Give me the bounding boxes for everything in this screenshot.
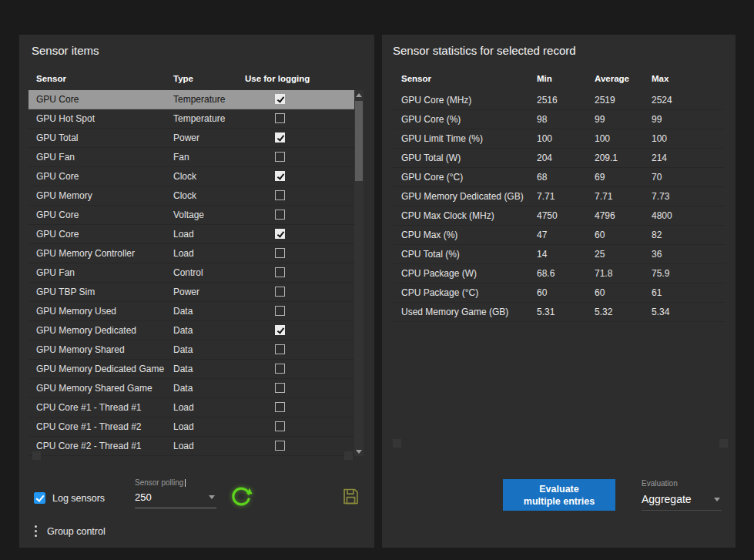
stat-min-cell: 68.6 — [537, 268, 555, 279]
logging-checkbox[interactable] — [275, 441, 285, 451]
sensor-name-cell: CPU Core #2 - Thread #1 — [36, 441, 142, 451]
logging-checkbox[interactable] — [275, 171, 285, 181]
scroll-down-icon[interactable] — [354, 447, 364, 456]
group-control-label: Group control — [47, 526, 106, 537]
stat-max-cell: 61 — [652, 287, 662, 298]
sensor-polling-select[interactable]: Sensor polling 250 — [135, 478, 216, 508]
evaluation-select[interactable]: Evaluation Aggregate — [642, 479, 722, 511]
sensor-name-cell: GPU Memory Shared Game — [36, 383, 152, 394]
stats-column-sensor: Sensor — [401, 74, 431, 83]
sensor-row[interactable]: GPU CoreClock — [28, 167, 354, 186]
sensor-name-cell: GPU Memory — [36, 190, 92, 201]
stats-row: GPU Core (°C)686970 — [393, 168, 725, 187]
sensor-row[interactable]: GPU TotalPower — [28, 129, 354, 148]
logging-checkbox[interactable] — [275, 325, 285, 335]
evaluation-value: Aggregate — [642, 493, 692, 505]
scrollbar-thumb[interactable] — [355, 101, 363, 181]
logging-checkbox[interactable] — [275, 364, 285, 374]
sensor-type-cell: Voltage — [173, 210, 204, 220]
sensor-list-scrollbar[interactable] — [354, 90, 364, 456]
stat-average-cell: 60 — [595, 287, 605, 298]
sensor-row[interactable]: CPU Core #1 - Thread #2Load — [28, 417, 354, 437]
logging-checkbox[interactable] — [275, 287, 285, 297]
sensor-row[interactable]: GPU Memory UsedData — [28, 302, 354, 321]
stats-row: GPU Total (W)204209.1214 — [393, 149, 725, 168]
sensor-name-cell: GPU Memory Dedicated Game — [36, 364, 164, 374]
logging-checkbox[interactable] — [275, 383, 285, 393]
logging-checkbox[interactable] — [275, 267, 285, 277]
sensor-row[interactable]: CPU Core #1 - Thread #1Load — [28, 398, 354, 417]
logging-checkbox[interactable] — [275, 132, 285, 143]
sensor-row[interactable]: GPU Memory Dedicated GameData — [28, 360, 354, 379]
logging-checkbox[interactable] — [275, 306, 285, 316]
stat-max-cell: 70 — [652, 172, 662, 183]
sensor-row[interactable]: GPU FanControl — [28, 263, 354, 283]
kebab-icon — [35, 525, 37, 537]
logging-checkbox[interactable] — [275, 229, 285, 239]
sensor-row[interactable]: GPU CoreVoltage — [28, 206, 354, 225]
sensor-statistics-title: Sensor statistics for selected record — [393, 44, 576, 57]
stat-average-cell: 25 — [595, 249, 605, 260]
logging-checkbox[interactable] — [275, 210, 285, 220]
stat-average-cell: 5.32 — [595, 307, 612, 317]
sensor-row[interactable]: GPU CoreTemperature — [28, 90, 354, 109]
sensor-row[interactable]: GPU CoreLoad — [28, 225, 354, 244]
evaluate-multiple-entries-button[interactable]: Evaluate multiple entries — [503, 479, 615, 511]
sensor-type-cell: Data — [173, 306, 193, 317]
sensor-row[interactable]: CPU Core #2 - Thread #1Load — [28, 437, 354, 456]
stat-average-cell: 2519 — [595, 95, 615, 106]
logging-checkbox[interactable] — [275, 152, 285, 162]
group-control-button[interactable]: Group control — [35, 525, 106, 537]
stat-sensor-cell: CPU Max Clock (MHz) — [401, 210, 494, 221]
sensor-name-cell: GPU Memory Shared — [36, 344, 125, 355]
stat-max-cell: 4800 — [652, 210, 672, 221]
logging-checkbox[interactable] — [275, 421, 285, 431]
scroll-up-icon[interactable] — [354, 90, 364, 99]
sensor-type-cell: Load — [173, 229, 194, 240]
column-header-sensor: Sensor — [36, 74, 66, 83]
column-header-logging: Use for logging — [245, 74, 310, 83]
corner-grip — [344, 451, 353, 460]
stat-min-cell: 100 — [537, 133, 552, 144]
logging-checkbox[interactable] — [275, 248, 285, 258]
sensor-name-cell: GPU Fan — [36, 152, 75, 163]
logging-checkbox[interactable] — [275, 190, 285, 200]
stat-sensor-cell: CPU Package (°C) — [401, 287, 478, 298]
refresh-sensors-button[interactable] — [230, 485, 253, 508]
sensor-row[interactable]: GPU Memory DedicatedData — [28, 321, 354, 340]
stats-row: CPU Max Clock (MHz)475047964800 — [393, 206, 725, 226]
sensor-row[interactable]: GPU MemoryClock — [28, 186, 354, 206]
sensor-name-cell: GPU Core — [36, 171, 79, 182]
stat-sensor-cell: GPU Core (MHz) — [401, 95, 471, 106]
sensor-row[interactable]: GPU Memory ControllerLoad — [28, 244, 354, 263]
sensor-row[interactable]: GPU Memory SharedData — [28, 340, 354, 360]
stat-max-cell: 2524 — [652, 95, 672, 106]
logging-checkbox[interactable] — [275, 402, 285, 412]
sensor-type-cell: Temperature — [173, 113, 225, 124]
sensor-type-cell: Temperature — [173, 94, 225, 105]
sensor-items-title: Sensor items — [32, 44, 99, 57]
sensor-type-cell: Data — [173, 383, 193, 394]
stat-average-cell: 99 — [595, 114, 605, 125]
sensor-row[interactable]: GPU Memory Shared GameData — [28, 379, 354, 398]
sensor-name-cell: CPU Core #1 - Thread #1 — [36, 402, 142, 413]
sensor-name-cell: GPU Memory Controller — [36, 248, 135, 259]
logging-checkbox[interactable] — [275, 113, 285, 123]
stat-sensor-cell: CPU Package (W) — [401, 268, 477, 279]
sensor-row[interactable]: GPU Hot SpotTemperature — [28, 109, 354, 129]
logging-checkbox[interactable] — [275, 94, 285, 104]
log-sensors-checkbox[interactable] — [34, 492, 45, 504]
stats-row: CPU Package (°C)606061 — [393, 283, 725, 303]
logging-checkbox[interactable] — [275, 344, 285, 354]
stat-min-cell: 98 — [537, 114, 547, 125]
corner-grip — [719, 439, 728, 448]
save-sensor-config-button[interactable] — [340, 486, 361, 507]
sensor-list[interactable]: GPU CoreTemperatureGPU Hot SpotTemperatu… — [28, 90, 354, 456]
log-sensors-row: Log sensors — [34, 492, 105, 504]
sensor-row[interactable]: GPU TBP SimPower — [28, 283, 354, 302]
sensor-type-cell: Control — [173, 267, 203, 278]
stat-sensor-cell: GPU Core (°C) — [401, 172, 463, 183]
sensor-polling-label-row: Sensor polling — [135, 478, 216, 487]
sensor-row[interactable]: GPU FanFan — [28, 148, 354, 167]
stat-min-cell: 60 — [537, 287, 547, 298]
